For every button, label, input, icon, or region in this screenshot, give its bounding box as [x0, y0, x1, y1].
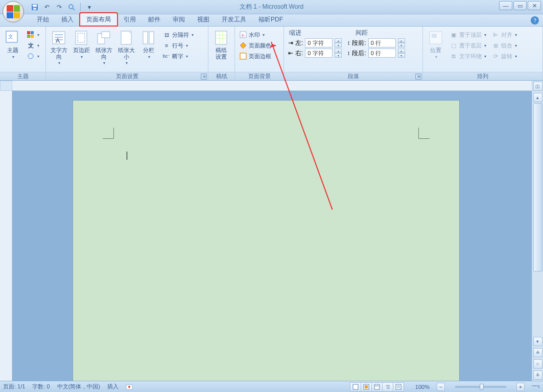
save-icon[interactable]	[30, 2, 40, 12]
document-viewport[interactable]	[12, 91, 532, 381]
svg-rect-44	[396, 384, 401, 389]
page-color-icon	[239, 41, 247, 50]
margins-button[interactable]: 页边距▾	[70, 29, 92, 60]
status-language[interactable]: 中文(简体，中国)	[57, 383, 100, 390]
spin-down[interactable]: ▾	[398, 53, 405, 58]
tab-references[interactable]: 引用	[117, 13, 142, 26]
columns-button[interactable]: 分栏▾	[138, 29, 159, 60]
line-numbers-button[interactable]: ≡行号▾	[160, 40, 196, 51]
vertical-ruler[interactable]	[0, 91, 12, 381]
tab-developer[interactable]: 开发工具	[216, 13, 252, 26]
size-button[interactable]: 纸张大小▾	[115, 29, 137, 66]
page-setup-launcher[interactable]: ⇲	[201, 74, 207, 80]
zoom-slider[interactable]	[455, 386, 506, 388]
close-button[interactable]: ✕	[528, 1, 541, 10]
paragraph-launcher[interactable]: ⇲	[415, 74, 421, 80]
horizontal-ruler[interactable]	[12, 81, 532, 91]
spin-up[interactable]: ▴	[398, 38, 405, 43]
watermark-button[interactable]: A水印▾	[237, 30, 278, 40]
spin-up[interactable]: ▴	[335, 48, 342, 53]
undo-icon[interactable]: ↶	[42, 2, 52, 12]
status-bar: 页面: 1/1 字数: 0 中文(简体，中国) 插入 100% − +	[0, 381, 543, 392]
ruler-corner[interactable]	[0, 81, 12, 91]
indent-left-input[interactable]	[305, 38, 333, 47]
minimize-button[interactable]: —	[499, 1, 512, 10]
theme-fonts-button[interactable]: 文▾	[25, 40, 41, 51]
scroll-thumb[interactable]	[533, 103, 542, 272]
maximize-button[interactable]: ▭	[513, 1, 527, 10]
scroll-up-icon[interactable]: ▴	[533, 93, 542, 102]
watermark-icon: A	[239, 31, 247, 39]
browse-object-icon[interactable]: ○	[533, 359, 542, 369]
view-buttons	[350, 382, 404, 391]
zoom-slider-thumb[interactable]	[480, 384, 484, 390]
manuscript-label: 稿纸 设置	[216, 47, 227, 60]
hyphenation-button[interactable]: bc⁻断字▾	[160, 51, 196, 61]
spin-up[interactable]: ▴	[335, 38, 342, 43]
qat-customize-icon[interactable]: ▾	[84, 2, 95, 12]
view-web-layout-icon[interactable]	[371, 382, 383, 391]
resize-grip[interactable]	[532, 385, 540, 388]
status-zoom[interactable]: 100%	[415, 384, 430, 390]
breaks-button[interactable]: ⊟分隔符▾	[160, 30, 196, 40]
quick-access-toolbar: ↶ ↷ ▾	[30, 0, 95, 14]
page[interactable]	[73, 100, 460, 381]
tab-view[interactable]: 视图	[191, 13, 216, 26]
indent-right-icon: ⇤	[288, 50, 293, 57]
spin-up[interactable]: ▴	[398, 48, 405, 53]
page-color-button[interactable]: 页面颜色▾	[237, 40, 278, 51]
themes-button[interactable]: 文 主题 ▾	[2, 29, 23, 60]
tab-page-layout[interactable]: 页面布局	[80, 13, 117, 26]
tab-foxit[interactable]: 福昕PDF	[252, 13, 289, 26]
status-page[interactable]: 页面: 1/1	[3, 383, 25, 390]
orientation-button[interactable]: 纸张方向▾	[93, 29, 114, 66]
manuscript-settings-button[interactable]: 稿纸 设置	[210, 29, 232, 61]
columns-icon	[140, 30, 157, 46]
themes-label: 主题	[7, 47, 18, 54]
ruler-toggle-icon[interactable]: ◫	[533, 82, 542, 91]
office-button[interactable]	[3, 1, 27, 26]
page-borders-button[interactable]: 页面边框	[237, 51, 278, 61]
group-page-background-label: 页面背景	[248, 72, 271, 80]
group-paragraph-label: 段落	[348, 72, 359, 80]
tab-mailings[interactable]: 邮件	[142, 13, 167, 26]
ribbon: 文 主题 ▾ ▾ 文▾ ▾ 主题 A 文字方向▾ 页边距▾	[0, 27, 543, 81]
group-manuscript: 稿纸 设置 稿纸	[208, 27, 235, 80]
spacing-before-input[interactable]	[368, 38, 396, 47]
spin-down[interactable]: ▾	[398, 43, 405, 47]
send-back-button: ▢置于底层▾	[447, 40, 488, 51]
spacing-header: 间距	[356, 29, 368, 37]
zoom-out-button[interactable]: −	[437, 383, 445, 391]
svg-rect-33	[432, 34, 437, 38]
text-wrap-icon: ⧉	[450, 52, 458, 60]
print-preview-icon[interactable]	[66, 2, 77, 12]
view-full-screen-icon[interactable]	[361, 382, 372, 391]
text-direction-button[interactable]: A 文字方向▾	[48, 29, 69, 66]
tab-review[interactable]: 审阅	[167, 13, 191, 26]
redo-icon[interactable]: ↷	[54, 2, 64, 12]
orientation-icon	[96, 30, 112, 46]
zoom-in-button[interactable]: +	[516, 383, 525, 391]
view-draft-icon[interactable]	[393, 382, 404, 391]
view-outline-icon[interactable]	[382, 382, 393, 391]
spacing-after-input[interactable]	[368, 48, 396, 58]
next-page-icon[interactable]: ≚	[533, 371, 542, 380]
status-words[interactable]: 字数: 0	[32, 383, 50, 390]
spin-down[interactable]: ▾	[335, 43, 342, 47]
prev-page-icon[interactable]: ≙	[533, 348, 542, 357]
scroll-down-icon[interactable]: ▾	[533, 337, 542, 346]
svg-rect-2	[33, 8, 36, 10]
page-borders-icon	[239, 52, 247, 60]
view-print-layout-icon[interactable]	[350, 382, 361, 391]
help-icon[interactable]: ?	[531, 16, 539, 24]
tab-insert[interactable]: 插入	[55, 13, 80, 26]
svg-rect-23	[149, 32, 154, 44]
status-mode[interactable]: 插入	[107, 383, 119, 390]
spin-down[interactable]: ▾	[335, 53, 342, 58]
indent-right-input[interactable]	[305, 48, 333, 58]
theme-colors-button[interactable]: ▾	[25, 30, 41, 40]
status-macro-icon[interactable]	[126, 383, 133, 390]
theme-effects-button[interactable]: ▾	[25, 51, 41, 61]
tab-home[interactable]: 开始	[31, 13, 55, 26]
vertical-scrollbar[interactable]: ◫ ▴ ▾ ≙ ○ ≚	[532, 81, 543, 381]
